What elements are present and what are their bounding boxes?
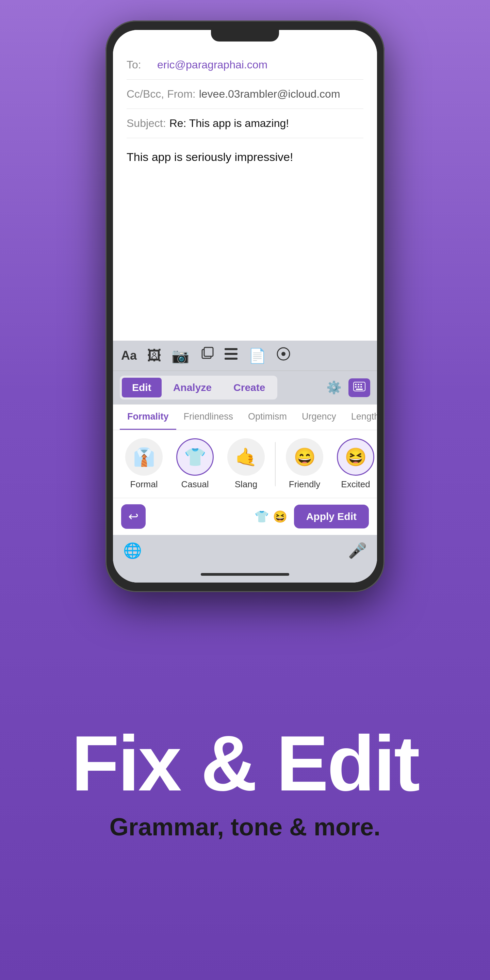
- svg-rect-9: [358, 384, 360, 385]
- svg-rect-10: [360, 384, 362, 385]
- style-options: 👔 Formal 👕 Casual 🤙 Slang: [113, 430, 377, 498]
- font-size-icon[interactable]: Aa: [121, 348, 137, 363]
- globe-icon[interactable]: 🌐: [123, 542, 142, 559]
- bottom-section: Fix & Edit Grammar, tone & more.: [37, 592, 453, 980]
- action-bar-right: 👕 😆 Apply Edit: [255, 504, 369, 528]
- svg-rect-2: [224, 348, 237, 350]
- edit-panel: Formality Friendliness Optimism Urgency …: [113, 404, 377, 535]
- svg-rect-11: [355, 386, 356, 388]
- tone-tabs: Formality Friendliness Optimism Urgency …: [113, 404, 377, 430]
- camera-icon[interactable]: 📷: [172, 347, 189, 364]
- image-icon[interactable]: 🖼: [147, 347, 161, 364]
- friendly-label: Friendly: [289, 479, 320, 490]
- excited-icon: 😆: [337, 438, 374, 476]
- tab-edit[interactable]: Edit: [122, 378, 162, 398]
- svg-rect-3: [224, 353, 237, 355]
- email-to-row: To: eric@paragraphai.com: [127, 50, 363, 80]
- undo-button[interactable]: ↩: [121, 504, 146, 529]
- apply-edit-button[interactable]: Apply Edit: [294, 504, 369, 528]
- style-slang[interactable]: 🤙 Slang: [221, 438, 272, 490]
- phone-wrapper: To: eric@paragraphai.com Cc/Bcc, From: l…: [105, 21, 385, 592]
- notch: [211, 30, 279, 41]
- subject-label: Subject:: [127, 117, 166, 130]
- email-body-row[interactable]: This app is seriously impressive!: [127, 138, 363, 176]
- email-cc-row: Cc/Bcc, From: levee.03rambler@icloud.com: [127, 80, 363, 109]
- svg-rect-1: [204, 347, 213, 356]
- document-icon[interactable]: 📄: [248, 347, 266, 364]
- email-area: To: eric@paragraphai.com Cc/Bcc, From: l…: [113, 50, 377, 340]
- selected-indicators: 👕 😆: [255, 510, 287, 523]
- circle-icon[interactable]: [276, 347, 291, 364]
- svg-rect-13: [360, 386, 362, 388]
- svg-rect-4: [224, 358, 237, 360]
- svg-rect-8: [355, 384, 356, 385]
- style-divider: [275, 442, 275, 486]
- style-formal[interactable]: 👔 Formal: [118, 438, 169, 490]
- keyboard-section: Aa 🖼 📷: [113, 340, 377, 582]
- slang-label: Slang: [235, 479, 258, 490]
- tab-create[interactable]: Create: [223, 378, 275, 398]
- mode-tabs: Edit Analyze Create ⚙️: [113, 371, 377, 404]
- mode-tabs-group: Edit Analyze Create: [120, 375, 277, 399]
- phone-frame: To: eric@paragraphai.com Cc/Bcc, From: l…: [105, 21, 385, 592]
- to-label: To:: [127, 59, 154, 71]
- svg-rect-14: [356, 388, 363, 390]
- formal-label: Formal: [130, 479, 158, 490]
- keyboard-toggle[interactable]: [348, 379, 370, 397]
- selected-laugh-icon: 😆: [273, 510, 287, 523]
- tone-tab-length[interactable]: Length: [344, 404, 377, 430]
- copy-icon[interactable]: [199, 347, 214, 364]
- action-bar: ↩ 👕 😆 Apply Edit: [113, 498, 377, 535]
- tone-tab-optimism[interactable]: Optimism: [240, 404, 294, 430]
- style-casual[interactable]: 👕 Casual: [169, 438, 221, 490]
- slang-icon: 🤙: [227, 438, 265, 476]
- selected-shirt-icon: 👕: [255, 510, 269, 523]
- tone-tab-friendliness[interactable]: Friendliness: [176, 404, 241, 430]
- cc-label: Cc/Bcc, From:: [127, 88, 196, 100]
- keyboard-bottom: 🌐 🎤: [113, 535, 377, 573]
- to-address[interactable]: eric@paragraphai.com: [157, 59, 267, 71]
- fix-edit-subtitle: Grammar, tone & more.: [110, 813, 380, 841]
- mic-icon[interactable]: 🎤: [348, 542, 367, 559]
- tone-tab-formality[interactable]: Formality: [120, 404, 176, 430]
- svg-point-6: [282, 352, 285, 356]
- style-friendly[interactable]: 😄 Friendly: [279, 438, 330, 490]
- home-indicator: [201, 573, 289, 576]
- fix-edit-title: Fix & Edit: [72, 724, 419, 803]
- settings-icon[interactable]: ⚙️: [326, 380, 342, 395]
- casual-icon: 👕: [176, 438, 214, 476]
- email-subject-row: Subject: Re: This app is amazing!: [127, 109, 363, 138]
- casual-label: Casual: [181, 479, 209, 490]
- svg-rect-12: [358, 386, 360, 388]
- tone-tab-urgency[interactable]: Urgency: [294, 404, 344, 430]
- formal-icon: 👔: [125, 438, 163, 476]
- phone-screen: To: eric@paragraphai.com Cc/Bcc, From: l…: [113, 30, 377, 582]
- subject-value: Re: This app is amazing!: [169, 117, 289, 130]
- tab-analyze[interactable]: Analyze: [163, 378, 222, 398]
- style-excited[interactable]: 😆 Excited: [330, 438, 377, 490]
- cc-address: levee.03rambler@icloud.com: [199, 88, 340, 100]
- list-icon[interactable]: [224, 347, 238, 364]
- email-body-text: This app is seriously impressive!: [127, 150, 293, 163]
- excited-label: Excited: [341, 479, 370, 490]
- mode-tabs-right: ⚙️: [326, 379, 370, 397]
- keyboard-toolbar: Aa 🖼 📷: [113, 340, 377, 371]
- friendly-icon: 😄: [286, 438, 323, 476]
